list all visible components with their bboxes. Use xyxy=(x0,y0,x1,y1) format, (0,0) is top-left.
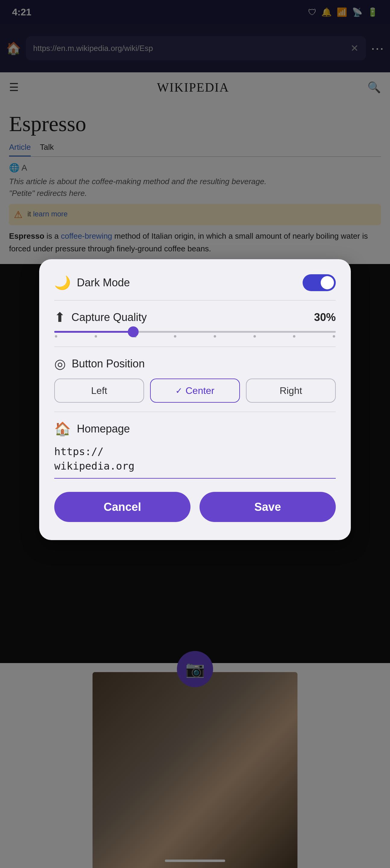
home-indicator xyxy=(165,860,225,862)
settings-dialog: 🌙 Dark Mode ⬆ Capture Quality 30% xyxy=(39,259,351,540)
homepage-icon: 🏠 xyxy=(54,421,71,437)
button-position-row: ◎ Button Position xyxy=(54,356,336,371)
divider-3 xyxy=(54,412,336,412)
checkmark-icon: ✓ xyxy=(175,386,182,396)
dark-mode-label-group: 🌙 Dark Mode xyxy=(54,275,130,290)
capture-quality-value: 30% xyxy=(314,311,336,324)
homepage-input[interactable]: https:// wikipedia.org xyxy=(54,441,336,478)
position-left-button[interactable]: Left xyxy=(54,378,144,403)
slider-dot xyxy=(293,335,295,338)
slider-dot xyxy=(55,335,57,338)
dark-mode-icon: 🌙 xyxy=(54,275,71,290)
slider-dot xyxy=(174,335,176,338)
homepage-row: 🏠 Homepage xyxy=(54,421,336,437)
dark-mode-row: 🌙 Dark Mode xyxy=(54,274,336,291)
capture-quality-icon: ⬆ xyxy=(54,310,65,325)
dark-mode-toggle[interactable] xyxy=(303,274,336,291)
slider-dot xyxy=(95,335,97,338)
button-position-icon: ◎ xyxy=(54,356,66,371)
homepage-label: Homepage xyxy=(77,423,130,435)
slider-fill xyxy=(54,331,133,333)
toggle-knob xyxy=(321,276,334,289)
slider-thumb[interactable] xyxy=(128,327,139,337)
position-center-button[interactable]: ✓ Center xyxy=(150,378,240,403)
button-position-label: Button Position xyxy=(72,358,145,370)
quality-label-group: ⬆ Capture Quality xyxy=(54,310,147,325)
slider-dot xyxy=(214,335,216,338)
dark-mode-label: Dark Mode xyxy=(77,276,130,289)
cancel-button[interactable]: Cancel xyxy=(54,492,190,522)
slider-track xyxy=(54,331,336,333)
action-buttons: Cancel Save xyxy=(54,492,336,522)
capture-quality-label: Capture Quality xyxy=(71,311,147,324)
divider-1 xyxy=(54,300,336,301)
slider-dots xyxy=(54,333,336,338)
position-right-button[interactable]: Right xyxy=(246,378,336,403)
homepage-input-container: https:// wikipedia.org xyxy=(54,441,336,480)
quality-slider[interactable] xyxy=(54,331,336,338)
slider-dot xyxy=(333,335,335,338)
divider-2 xyxy=(54,347,336,347)
capture-quality-row: ⬆ Capture Quality 30% xyxy=(54,310,336,325)
position-buttons-group: Left ✓ Center Right xyxy=(54,378,336,403)
save-button[interactable]: Save xyxy=(200,492,336,522)
slider-dot xyxy=(253,335,256,338)
